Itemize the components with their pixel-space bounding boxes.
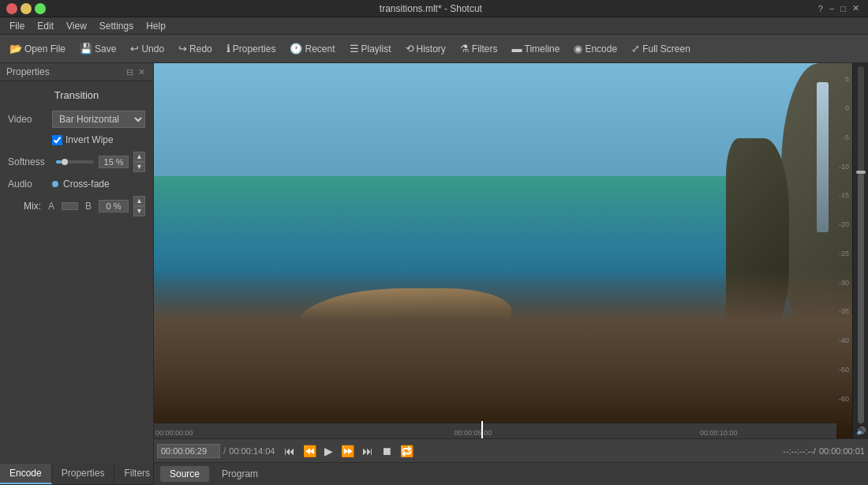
panel-close-btn[interactable]: ✕	[137, 67, 147, 77]
menu-edit[interactable]: Edit	[31, 19, 60, 33]
skip-to-start-button[interactable]: ⏮	[281, 443, 298, 459]
recent-button[interactable]: 🕐 Recent	[283, 39, 341, 58]
filters-button[interactable]: ⚗ Filters	[454, 39, 504, 58]
properties-header-label: Properties	[6, 66, 50, 77]
playlist-label: Playlist	[361, 43, 391, 55]
properties-icon: ℹ	[226, 43, 230, 55]
play-backward-button[interactable]: ⏪	[300, 443, 320, 459]
win-min[interactable]: −	[827, 3, 836, 13]
mix-down-btn[interactable]: ▼	[133, 206, 145, 216]
mix-value[interactable]: 0 %	[99, 200, 129, 212]
maximize-button[interactable]	[35, 3, 46, 14]
mix-bar[interactable]	[62, 202, 78, 210]
video-progress-bar[interactable]: 00:00:00:00 00:00:05:00 00:00:10:00	[154, 423, 836, 438]
mix-label: Mix:	[24, 201, 41, 212]
skip-to-end-button[interactable]: ⏭	[359, 443, 376, 459]
audio-dot	[52, 181, 58, 187]
invert-wipe-label: Invert Wipe	[65, 134, 114, 145]
volume-fill	[858, 174, 864, 423]
win-close[interactable]: ✕	[850, 3, 862, 13]
left-panel: Properties ⊟ ✕ Transition Video Bar Hori…	[0, 63, 154, 485]
open-file-label: Open File	[24, 43, 65, 55]
video-label: Video	[8, 114, 47, 125]
menu-file[interactable]: File	[3, 19, 31, 33]
timeline-icon: ▬	[512, 43, 522, 55]
audio-row: Audio Cross-fade	[8, 179, 145, 190]
source-program-tabs: Source Program	[154, 462, 868, 485]
left-panel-tabs: Encode Properties Filters Playlist	[0, 464, 153, 485]
properties-panel-header: Properties ⊟ ✕	[0, 63, 153, 81]
play-forward-button[interactable]: ⏩	[338, 443, 357, 459]
stop-button[interactable]: ⏹	[378, 443, 395, 459]
tab-encode[interactable]: Encode	[0, 464, 52, 484]
titlebar: transitions.mlt* - Shotcut ? − □ ✕	[0, 0, 868, 17]
video-type-select[interactable]: Bar Horizontal Bar Vertical Barn Door Wi…	[52, 111, 145, 128]
win-help[interactable]: ?	[816, 3, 825, 13]
open-file-button[interactable]: 📂 Open File	[3, 39, 72, 58]
fullscreen-label: Full Screen	[642, 43, 690, 55]
close-button[interactable]	[6, 3, 17, 14]
toolbar: 📂 Open File 💾 Save ↩ Undo ↪ Redo ℹ Prope…	[0, 35, 868, 63]
transport-buttons: ⏮ ⏪ ▶ ⏩ ⏭ ⏹ 🔁	[281, 443, 417, 459]
db-m35: -35	[839, 307, 849, 315]
redo-button[interactable]: ↪ Redo	[172, 39, 219, 58]
mix-row: Mix: A B 0 % ▲ ▼	[8, 196, 145, 216]
softness-slider[interactable]	[56, 160, 94, 164]
history-icon: ⟲	[406, 43, 414, 55]
menu-settings[interactable]: Settings	[93, 19, 140, 33]
fullscreen-button[interactable]: ⤢ Full Screen	[625, 39, 697, 58]
mix-a-label: A	[46, 201, 57, 212]
db-m30: -30	[839, 279, 849, 287]
encode-label: Encode	[585, 43, 617, 55]
encode-button[interactable]: ◉ Encode	[567, 39, 623, 58]
undo-label: Undo	[141, 43, 164, 55]
panel-float-btn[interactable]: ⊟	[125, 67, 135, 77]
fullscreen-icon: ⤢	[631, 43, 640, 55]
tab-properties[interactable]: Properties	[52, 464, 115, 484]
menubar: File Edit View Settings Help	[0, 17, 868, 35]
total-time: 00:00:14:04	[229, 446, 275, 456]
undo-button[interactable]: ↩ Undo	[124, 39, 170, 58]
invert-wipe-checkbox[interactable]	[52, 135, 62, 145]
history-button[interactable]: ⟲ History	[399, 39, 452, 58]
crossfade-label: Cross-fade	[63, 179, 110, 190]
history-label: History	[417, 43, 446, 55]
win-max[interactable]: □	[838, 3, 848, 13]
loop-button[interactable]: 🔁	[397, 443, 417, 459]
filters-icon: ⚗	[460, 43, 470, 55]
timeline-label: Timeline	[525, 43, 560, 55]
source-tab[interactable]: Source	[160, 466, 209, 482]
softness-up-btn[interactable]: ▲	[133, 152, 145, 162]
current-time-input[interactable]	[157, 444, 220, 458]
menu-help[interactable]: Help	[140, 19, 172, 33]
db-m5: -5	[843, 133, 849, 141]
ruler-end: 00:00:10:00	[700, 429, 738, 437]
softness-label: Softness	[8, 156, 51, 167]
mix-up-btn[interactable]: ▲	[133, 196, 145, 206]
volume-thumb[interactable]	[856, 171, 866, 174]
play-button[interactable]: ▶	[321, 443, 336, 459]
save-button[interactable]: 💾 Save	[73, 39, 122, 58]
softness-value[interactable]: 15 %	[99, 156, 129, 168]
right-panel: 🔊 5 0 -5 -10 -15 -20 -25 -30 -35 -40 -50…	[154, 63, 868, 485]
video-area: 🔊 5 0 -5 -10 -15 -20 -25 -30 -35 -40 -50…	[154, 63, 868, 438]
softness-down-btn[interactable]: ▼	[133, 162, 145, 172]
invert-wipe-row: Invert Wipe	[8, 134, 145, 145]
softness-row: Softness 15 % ▲ ▼	[8, 152, 145, 172]
menu-view[interactable]: View	[60, 19, 93, 33]
filters-label: Filters	[472, 43, 498, 55]
end-timecode: 00:00:00:01	[819, 446, 865, 456]
mute-button[interactable]: 🔊	[856, 427, 866, 435]
softness-spinbuttons: ▲ ▼	[133, 152, 145, 172]
properties-button[interactable]: ℹ Properties	[220, 39, 282, 58]
db-m60: -60	[839, 395, 849, 403]
timecode-display: --:--:--:--/	[783, 446, 816, 456]
softness-fill	[56, 160, 62, 164]
program-tab[interactable]: Program	[212, 466, 268, 482]
minimize-button[interactable]	[21, 3, 32, 14]
mix-b-label: B	[83, 201, 94, 212]
playlist-button[interactable]: ☰ Playlist	[343, 39, 398, 58]
save-icon: 💾	[80, 43, 92, 55]
ruler-mid: 00:00:05:00	[455, 429, 492, 437]
timeline-button[interactable]: ▬ Timeline	[506, 39, 567, 58]
